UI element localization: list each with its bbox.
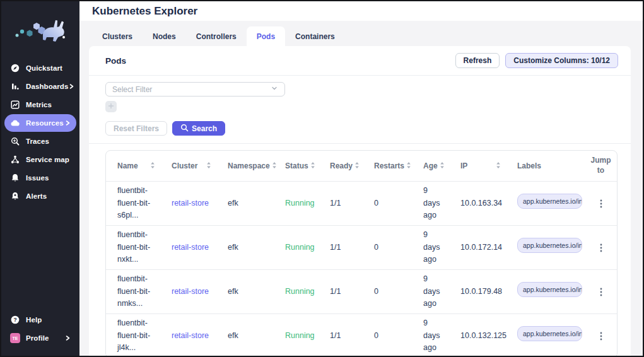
restarts-cell: 0 bbox=[365, 242, 414, 254]
jump-to-cell bbox=[583, 285, 618, 299]
sort-arrows-icon[interactable] bbox=[150, 161, 155, 171]
kebab-menu-icon[interactable] bbox=[596, 285, 606, 299]
tab-nodes[interactable]: Nodes bbox=[143, 26, 186, 46]
sidebar-footer: ? Help TE Profile bbox=[1, 311, 79, 356]
cluster-link[interactable]: retail-store bbox=[163, 330, 219, 342]
filter-section: Select Filter Reset Filters bbox=[89, 76, 631, 144]
sort-arrows-icon[interactable] bbox=[310, 161, 315, 171]
search-button[interactable]: Search bbox=[172, 121, 225, 136]
customize-columns-button[interactable]: Customize Columns: 10/12 bbox=[505, 53, 618, 68]
ip-cell: 10.0.179.48 bbox=[452, 286, 508, 298]
sidebar-item-quickstart[interactable]: Quickstart bbox=[4, 59, 76, 77]
column-header-labels[interactable]: Labels bbox=[508, 161, 583, 170]
sort-arrows-icon[interactable] bbox=[496, 161, 501, 171]
help-icon: ? bbox=[10, 315, 20, 325]
namespace-cell: efk bbox=[219, 286, 276, 298]
kebab-menu-icon[interactable] bbox=[596, 197, 606, 211]
sidebar-item-dashboards[interactable]: Dashboards bbox=[4, 78, 76, 95]
sidebar-item-resources[interactable]: Resources bbox=[4, 114, 76, 132]
reset-filters-button[interactable]: Reset Filters bbox=[105, 121, 167, 136]
restarts-cell: 0 bbox=[365, 286, 414, 298]
panel-actions: Refresh Customize Columns: 10/12 bbox=[455, 53, 618, 68]
restarts-cell: 0 bbox=[365, 197, 414, 209]
sidebar-item-label: Issues bbox=[26, 174, 49, 182]
add-filter-button[interactable] bbox=[105, 101, 117, 112]
labels-cell: app.kubernetes.io/instan bbox=[508, 282, 583, 301]
sidebar-item-issues[interactable]: Issues bbox=[4, 169, 76, 187]
sidebar-item-metrics[interactable]: Metrics bbox=[4, 96, 76, 114]
sidebar-item-label: Service map bbox=[26, 156, 69, 163]
sidebar-item-label: Traces bbox=[26, 138, 49, 145]
column-header-ip[interactable]: IP bbox=[452, 161, 508, 171]
cluster-link[interactable]: retail-store bbox=[163, 242, 219, 254]
bar-chart-icon bbox=[10, 81, 20, 91]
namespace-cell: efk bbox=[219, 197, 276, 209]
cluster-link[interactable]: retail-store bbox=[163, 197, 219, 209]
tab-clusters[interactable]: Clusters bbox=[92, 26, 143, 46]
sidebar-item-alerts[interactable]: Alerts bbox=[4, 187, 76, 205]
avatar: TE bbox=[10, 333, 20, 343]
plus-icon bbox=[107, 102, 115, 112]
column-header-namespace[interactable]: Namespace bbox=[219, 161, 276, 171]
kebab-menu-icon[interactable] bbox=[596, 241, 606, 255]
label-chip[interactable]: app.kubernetes.io/instan bbox=[517, 194, 582, 209]
chevron-down-icon bbox=[271, 85, 278, 94]
filter-select-placeholder: Select Filter bbox=[112, 85, 152, 94]
tab-pods[interactable]: Pods bbox=[247, 26, 285, 46]
tab-containers[interactable]: Containers bbox=[285, 26, 345, 46]
main-area: Kubernetes Explorer Clusters Nodes Contr… bbox=[79, 1, 643, 356]
column-header-ready[interactable]: Ready bbox=[321, 161, 365, 171]
panel-header: Pods Refresh Customize Columns: 10/12 bbox=[89, 46, 631, 76]
tab-controllers[interactable]: Controllers bbox=[186, 26, 247, 46]
column-header-name[interactable]: Name bbox=[106, 161, 163, 171]
sort-arrows-icon[interactable] bbox=[440, 161, 445, 171]
sidebar-item-traces[interactable]: Traces bbox=[4, 132, 76, 150]
search-button-label: Search bbox=[192, 124, 217, 133]
label-chip[interactable]: app.kubernetes.io/instan bbox=[517, 238, 582, 253]
column-header-age[interactable]: Age bbox=[414, 161, 452, 171]
compass-icon bbox=[10, 63, 20, 73]
svg-text:?: ? bbox=[13, 317, 16, 323]
refresh-button[interactable]: Refresh bbox=[455, 53, 500, 68]
sidebar-item-label: Metrics bbox=[26, 101, 52, 108]
namespace-cell: efk bbox=[219, 242, 276, 254]
pods-table: Name Cluster Namespace bbox=[105, 150, 618, 356]
pod-name: fluentbit-fluent-bit-s6pl... bbox=[106, 185, 163, 221]
labels-cell: app.kubernetes.io/instan bbox=[508, 326, 583, 346]
sidebar-item-profile[interactable]: TE Profile bbox=[4, 329, 76, 347]
chevron-right-icon bbox=[64, 120, 71, 126]
column-header-cluster[interactable]: Cluster bbox=[163, 161, 219, 171]
chevron-right-icon bbox=[64, 335, 71, 341]
table-row: fluentbit-fluent-bit-s6pl... retail-stor… bbox=[106, 181, 617, 225]
cluster-link[interactable]: retail-store bbox=[163, 286, 219, 298]
label-chip[interactable]: app.kubernetes.io/instan bbox=[517, 326, 582, 341]
content: Clusters Nodes Controllers Pods Containe… bbox=[79, 21, 643, 356]
app-window: Quickstart Dashboards Metrics bbox=[0, 0, 644, 357]
pod-name: fluentbit-fluent-bit-nxkt... bbox=[106, 229, 163, 266]
sidebar-nav: Quickstart Dashboards Metrics bbox=[1, 59, 79, 205]
table-row: fluentbit-fluent-bit-nmks... retail-stor… bbox=[106, 269, 617, 313]
sidebar-item-help[interactable]: ? Help bbox=[4, 311, 76, 329]
sort-arrows-icon[interactable] bbox=[354, 161, 360, 171]
sidebar-item-label: Resources bbox=[26, 119, 64, 127]
kebab-menu-icon[interactable] bbox=[596, 329, 606, 343]
sort-arrows-icon[interactable] bbox=[206, 161, 211, 171]
cloud-icon bbox=[10, 118, 20, 128]
column-header-status[interactable]: Status bbox=[276, 161, 321, 171]
jump-to-cell bbox=[583, 329, 618, 343]
restarts-cell: 0 bbox=[365, 330, 414, 342]
label-chip[interactable]: app.kubernetes.io/instan bbox=[517, 282, 582, 297]
sidebar: Quickstart Dashboards Metrics bbox=[1, 1, 79, 356]
sidebar-item-label: Help bbox=[26, 316, 42, 324]
table-row: fluentbit-fluent-bit-jl4k... retail-stor… bbox=[106, 313, 617, 356]
avatar-initials: TE bbox=[10, 333, 20, 343]
sidebar-item-service-map[interactable]: Service map bbox=[4, 151, 76, 168]
filter-select[interactable]: Select Filter bbox=[105, 82, 285, 97]
search-icon bbox=[180, 124, 189, 134]
sort-arrows-icon[interactable] bbox=[406, 161, 411, 171]
sidebar-item-label: Profile bbox=[26, 334, 49, 342]
table-wrap: Name Cluster Namespace bbox=[89, 144, 631, 356]
ready-cell: 1/1 bbox=[321, 330, 365, 342]
column-header-restarts[interactable]: Restarts bbox=[365, 161, 414, 171]
chevron-right-icon bbox=[68, 83, 74, 90]
